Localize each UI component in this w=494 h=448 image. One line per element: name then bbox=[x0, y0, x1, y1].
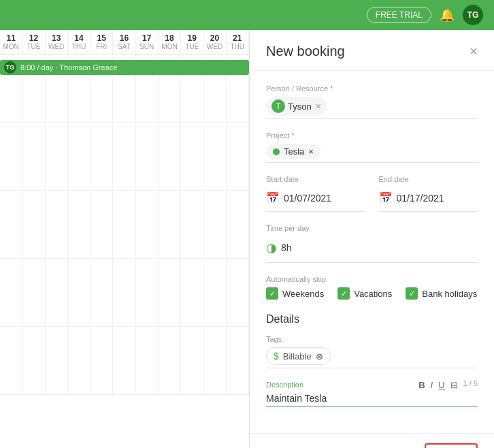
end-date-field[interactable]: End date 📅 01/17/2021 bbox=[379, 175, 478, 212]
auto-skip-label: Automatically skip bbox=[266, 275, 478, 283]
calendar-cell[interactable] bbox=[227, 259, 249, 326]
skip-option[interactable]: ✓ Bank holidays bbox=[406, 287, 477, 300]
calendar-cell[interactable] bbox=[203, 123, 226, 190]
bold-icon[interactable]: B bbox=[418, 380, 425, 390]
calendar-cell[interactable] bbox=[136, 327, 159, 394]
project-color-dot bbox=[273, 148, 280, 155]
calendar-cell[interactable] bbox=[113, 191, 135, 258]
close-button[interactable]: × bbox=[470, 44, 478, 59]
skip-checkbox[interactable]: ✓ bbox=[266, 287, 278, 300]
calendar-cell[interactable] bbox=[68, 259, 90, 326]
calendar-cell[interactable] bbox=[46, 327, 68, 394]
tags-label: Tags bbox=[266, 335, 478, 343]
calendar-cell[interactable] bbox=[68, 123, 90, 190]
calendar-cell[interactable] bbox=[227, 123, 249, 190]
details-title: Details bbox=[266, 313, 478, 325]
project-divider bbox=[266, 162, 478, 163]
calendar-cell[interactable] bbox=[22, 123, 45, 190]
calendar-cell[interactable] bbox=[90, 191, 113, 258]
save-button[interactable]: SAVE bbox=[425, 443, 478, 448]
start-date-value: 📅 01/07/2021 bbox=[266, 187, 365, 208]
calendar-cell[interactable] bbox=[181, 191, 203, 258]
calendar-cell[interactable] bbox=[227, 327, 249, 394]
calendar-column: 13WED bbox=[46, 30, 68, 54]
time-text: 8h bbox=[281, 242, 292, 253]
calendar-cell[interactable] bbox=[0, 123, 22, 190]
project-remove-icon[interactable]: × bbox=[308, 146, 314, 157]
calendar-cell[interactable] bbox=[0, 327, 22, 394]
calendar-cell[interactable] bbox=[136, 259, 159, 326]
calendar-cell[interactable] bbox=[181, 259, 203, 326]
calendar-cell[interactable] bbox=[46, 191, 68, 258]
end-date-calendar-icon: 📅 bbox=[379, 191, 393, 204]
calendar-cell[interactable] bbox=[68, 191, 90, 258]
calendar-cell[interactable] bbox=[136, 123, 159, 190]
avatar[interactable]: TG bbox=[463, 5, 483, 25]
billable-chip[interactable]: $ Billable ⊗ bbox=[266, 347, 331, 365]
person-remove-icon[interactable]: × bbox=[316, 101, 321, 112]
underline-icon[interactable]: U bbox=[438, 380, 444, 390]
calendar-cell[interactable] bbox=[159, 123, 181, 190]
calendar-cell[interactable] bbox=[46, 123, 68, 190]
link-icon[interactable]: ⊟ bbox=[450, 380, 458, 390]
person-divider bbox=[266, 118, 478, 119]
calendar-cell[interactable] bbox=[181, 327, 203, 394]
calendar-cell[interactable] bbox=[68, 327, 90, 394]
calendar-cell[interactable] bbox=[90, 259, 113, 326]
details-section: Details Tags $ Billable ⊗ Description bbox=[266, 313, 478, 407]
booking-panel: New booking × Person / Resource * T Tyso… bbox=[249, 30, 494, 448]
skip-checkbox[interactable]: ✓ bbox=[337, 287, 350, 300]
calendar-cell[interactable] bbox=[113, 123, 135, 190]
calendar-cell[interactable] bbox=[0, 191, 22, 258]
free-trial-button[interactable]: FREE TRIAL bbox=[367, 7, 431, 23]
skip-checkbox[interactable]: ✓ bbox=[406, 287, 418, 300]
project-name: Tesla bbox=[284, 146, 304, 157]
calendar-cell[interactable] bbox=[227, 191, 249, 258]
calendar-cell[interactable] bbox=[113, 327, 135, 394]
end-date-value: 📅 01/17/2021 bbox=[379, 187, 478, 208]
calendar-cell[interactable] bbox=[203, 191, 226, 258]
person-field-group: Person / Resource * T Tyson × bbox=[266, 84, 478, 119]
calendar-cell[interactable] bbox=[22, 327, 45, 394]
skip-label: Vacations bbox=[354, 289, 392, 299]
calendar-cell[interactable] bbox=[159, 327, 181, 394]
project-chip[interactable]: Tesla × bbox=[266, 144, 320, 159]
calendar-cell[interactable] bbox=[22, 191, 45, 258]
calendar-cell[interactable] bbox=[46, 259, 68, 326]
calendar-cell[interactable] bbox=[159, 191, 181, 258]
panel-header: New booking × bbox=[250, 30, 494, 71]
bell-icon[interactable]: 🔔 bbox=[440, 7, 455, 22]
calendar-cell[interactable] bbox=[159, 259, 181, 326]
topbar: FREE TRIAL 🔔 TG bbox=[0, 0, 494, 30]
booking-avatar: TG bbox=[4, 61, 16, 74]
person-chip[interactable]: T Tyson × bbox=[266, 97, 327, 116]
calendar-column: 19TUE bbox=[181, 30, 203, 54]
calendar-cell[interactable] bbox=[203, 259, 226, 326]
start-date-text: 01/07/2021 bbox=[284, 193, 331, 204]
start-date-field[interactable]: Start date 📅 01/07/2021 bbox=[266, 175, 365, 212]
calendar-cell[interactable] bbox=[90, 123, 113, 190]
billable-remove-icon[interactable]: ⊗ bbox=[316, 351, 323, 362]
project-field-group: Project * Tesla × bbox=[266, 131, 478, 163]
time-field[interactable]: Time per day ◑ 8h bbox=[266, 224, 478, 263]
date-row: Start date 📅 01/07/2021 End date 📅 01/17… bbox=[266, 175, 478, 212]
calendar-cell[interactable] bbox=[203, 327, 226, 394]
calendar-column: 16SAT bbox=[113, 30, 135, 54]
end-date-text: 01/17/2021 bbox=[397, 193, 444, 204]
calendar-cell[interactable] bbox=[90, 327, 113, 394]
calendar-cell[interactable] bbox=[0, 259, 22, 326]
calendar-cell[interactable] bbox=[181, 123, 203, 190]
end-date-divider bbox=[379, 211, 478, 212]
main-layout: 11MON12TUE13WED14THU15FRI16SAT17SUN18MON… bbox=[0, 30, 494, 448]
calendar-cell[interactable] bbox=[22, 259, 45, 326]
calendar-cell[interactable] bbox=[136, 191, 159, 258]
description-field: Description B I U ⊟ 1 / 5 Maintain Tesla bbox=[266, 379, 478, 407]
skip-option[interactable]: ✓ Weekends bbox=[266, 287, 324, 300]
calendar-column: 20WED bbox=[203, 30, 226, 54]
description-text[interactable]: Maintain Tesla bbox=[266, 393, 478, 406]
skip-option[interactable]: ✓ Vacations bbox=[337, 287, 392, 300]
italic-icon[interactable]: I bbox=[431, 380, 433, 390]
start-date-label: Start date bbox=[266, 175, 365, 183]
booking-bar[interactable]: TG 8:00 / day · Thomson Greace bbox=[0, 60, 249, 75]
calendar-cell[interactable] bbox=[113, 259, 135, 326]
